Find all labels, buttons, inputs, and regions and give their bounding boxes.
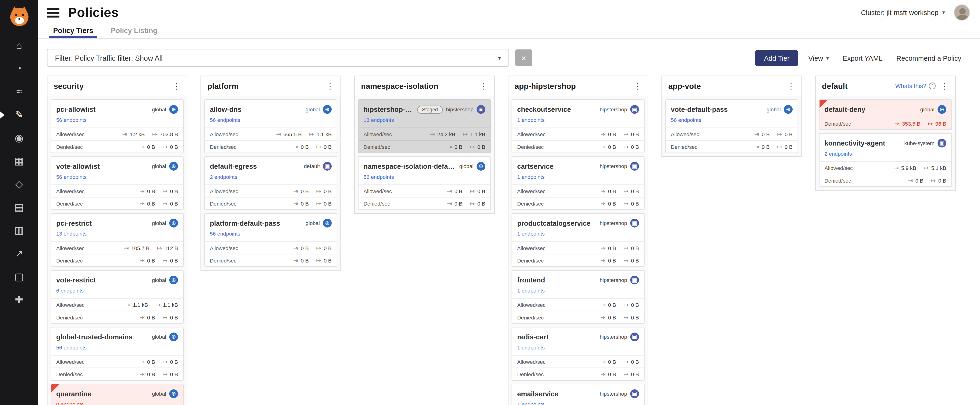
endpoints-link[interactable]: 56 endpoints xyxy=(51,344,92,355)
endpoints-link[interactable]: 2 endpoints xyxy=(819,151,857,161)
tier-menu-button[interactable]: ⋮ xyxy=(323,81,337,91)
tier-menu-button[interactable]: ⋮ xyxy=(631,81,644,91)
policy-card-vote-default-pass[interactable]: vote-default-passglobal⊕56 endpointsAllo… xyxy=(665,99,798,153)
policy-name: default-deny xyxy=(824,106,865,113)
policy-card-vote-restrict[interactable]: vote-restrictglobal⊕6 endpointsAllowed/s… xyxy=(51,270,184,324)
endpoints-link[interactable]: 56 endpoints xyxy=(205,117,245,128)
endpoints-link[interactable]: 1 endpoints xyxy=(512,174,550,184)
metric-row-denied-sec: Denied/sec⇥0 B↦0 B xyxy=(512,311,644,323)
egress-icon: ↦ xyxy=(316,200,321,206)
policy-card-hipstershop-gh[interactable]: hipstershop-gh...Stagedhipstershop▣13 en… xyxy=(358,99,491,153)
tab-policy-listing[interactable]: Policy Listing xyxy=(105,22,164,38)
tier-menu-button[interactable]: ⋮ xyxy=(170,81,183,91)
sidebar-item-policies[interactable]: ✎ xyxy=(0,103,38,126)
info-icon: ? xyxy=(929,83,935,89)
sidebar-item-trends[interactable]: ↗ xyxy=(0,242,38,265)
policy-card-emailservice[interactable]: emailservicehipstershop▣1 endpointsAllow… xyxy=(512,384,644,405)
endpoints-link[interactable]: 13 endpoints xyxy=(359,117,399,128)
clear-filter-button[interactable]: × xyxy=(515,49,532,66)
endpoints-link[interactable]: 2 endpoints xyxy=(205,174,242,184)
endpoints-link[interactable]: 56 endpoints xyxy=(666,117,706,128)
metric-values: ⇥0 B↦0 B xyxy=(140,314,178,320)
egress-icon: ↦ xyxy=(162,314,167,320)
app-logo[interactable] xyxy=(8,5,30,27)
endpoints-link[interactable]: 6 endpoints xyxy=(51,288,89,298)
policy-card-cartservice[interactable]: cartservicehipstershop▣1 endpointsAllowe… xyxy=(512,156,644,210)
metric-values: ⇥0 B↦0 B xyxy=(140,257,178,263)
policy-board: security⋮pci-allowlistglobal⊕56 endpoint… xyxy=(38,67,980,405)
policy-card-quarantine[interactable]: quarantineglobal⊕0 endpoints xyxy=(51,384,184,405)
policy-card-pci-restrict[interactable]: pci-restrictglobal⊕13 endpointsAllowed/s… xyxy=(51,213,184,267)
metric-values: ⇥24.2 kB↦1.1 kB xyxy=(430,131,485,137)
endpoints-link[interactable]: 1 endpoints xyxy=(512,231,550,241)
sidebar-item-endpoints[interactable]: ◇ xyxy=(0,172,38,196)
topbar: Policies Cluster: jlt-msft-workshop ▾ xyxy=(38,0,980,22)
policy-card-frontend[interactable]: frontendhipstershop▣1 endpointsAllowed/s… xyxy=(512,270,644,324)
tier-menu-button[interactable]: ⋮ xyxy=(938,81,951,91)
sidebar-item-storage[interactable]: ▢ xyxy=(0,265,38,288)
policy-card-redis-cart[interactable]: redis-carthipstershop▣1 endpointsAllowed… xyxy=(512,327,644,381)
policy-card-namespace-isolation-default-p[interactable]: namespace-isolation-default-p...global⊕5… xyxy=(358,156,491,210)
policy-card-default-egress[interactable]: default-egressdefault▣2 endpointsAllowed… xyxy=(204,156,337,210)
policy-card-konnectivity-agent[interactable]: konnectivity-agentkube-system▣2 endpoint… xyxy=(819,133,952,187)
policy-name: konnectivity-agent xyxy=(824,139,885,147)
avatar[interactable] xyxy=(954,5,970,21)
policy-card-productcatalogservice[interactable]: productcatalogservicehipstershop▣1 endpo… xyxy=(512,213,644,267)
view-button[interactable]: View ▾ xyxy=(805,50,833,65)
egress-icon: ↦ xyxy=(777,144,782,150)
tier-body: pci-allowlistglobal⊕56 endpointsAllowed/… xyxy=(48,96,187,405)
sidebar-item-compliance[interactable]: ▤ xyxy=(0,196,38,219)
recommend-policy-button[interactable]: Recommend a Policy xyxy=(892,50,965,65)
metric-label: Allowed/sec xyxy=(517,131,546,137)
policy-card-default-deny[interactable]: default-denyglobal⊕Denied/sec⇥353.5 B↦96… xyxy=(819,99,952,130)
policy-name: vote-restrict xyxy=(56,276,96,284)
tab-policy-tiers[interactable]: Policy Tiers xyxy=(47,22,100,38)
global-scope-icon: ⊕ xyxy=(477,162,485,171)
policy-card-checkoutservice[interactable]: checkoutservicehipstershop▣1 endpointsAl… xyxy=(512,99,644,153)
metric-values: ⇥0 B↦0 B xyxy=(601,257,639,263)
metric-values: ⇥0 B↦0 B xyxy=(601,188,639,194)
egress-icon: ↦ xyxy=(463,131,468,137)
traffic-filter-select[interactable]: Filter: Policy Traffic filter: Show All … xyxy=(47,49,509,67)
sidebar-item-flow-visualizations[interactable]: ≈ xyxy=(0,80,38,103)
sidebar-item-home[interactable]: ⌂ xyxy=(0,34,38,57)
endpoints-link[interactable]: 56 endpoints xyxy=(51,174,92,184)
sidebar-item-reports[interactable]: ▥ xyxy=(0,218,38,242)
sidebar-item-dashboard[interactable]: ◔ xyxy=(0,57,38,80)
policy-card-header: default-denyglobal⊕ xyxy=(819,100,951,117)
sidebar-item-service-graph[interactable]: ◉ xyxy=(0,126,38,150)
export-yaml-button[interactable]: Export YAML xyxy=(839,50,886,65)
metric-row-allowed-sec: Allowed/sec⇥1.1 kB↦1.1 kB xyxy=(51,298,183,311)
policy-scope: hipstershop▣ xyxy=(600,105,639,114)
tier-menu-button[interactable]: ⋮ xyxy=(784,81,797,91)
policy-card-platform-default-pass[interactable]: platform-default-passglobal⊕56 endpoints… xyxy=(204,213,337,267)
egress-value: 0 B xyxy=(170,144,178,150)
whats-this-link[interactable]: Whats this?? xyxy=(895,83,935,89)
cluster-selector[interactable]: Cluster: jlt-msft-workshop ▾ xyxy=(861,9,945,16)
policy-card-vote-allowlist[interactable]: vote-allowlistglobal⊕56 endpointsAllowed… xyxy=(51,156,184,210)
endpoints-link[interactable]: 56 endpoints xyxy=(359,174,399,184)
egress-value: 1.1 kB xyxy=(317,131,332,137)
endpoints-link[interactable]: 1 endpoints xyxy=(512,117,550,128)
policy-card-pci-allowlist[interactable]: pci-allowlistglobal⊕56 endpointsAllowed/… xyxy=(51,99,184,153)
policy-scope: hipstershop▣ xyxy=(600,276,639,284)
tier-menu-button[interactable]: ⋮ xyxy=(477,81,490,91)
metric-row-allowed-sec: Allowed/sec⇥665.5 B↦1.1 kB xyxy=(205,128,337,140)
menu-icon[interactable] xyxy=(47,8,59,17)
metric-label: Denied/sec xyxy=(517,257,544,263)
policy-card-global-trusted-domains[interactable]: global-trusted-domainsglobal⊕56 endpoint… xyxy=(51,327,184,381)
tier-title: security xyxy=(54,81,170,90)
endpoints-link[interactable]: 0 endpoints xyxy=(51,401,89,405)
add-tier-button[interactable]: Add Tier xyxy=(755,50,798,66)
sidebar-item-threat-defense[interactable]: ✚ xyxy=(0,288,38,311)
metric-label: Denied/sec xyxy=(517,200,544,207)
endpoints-link[interactable]: 1 endpoints xyxy=(512,344,550,355)
endpoints-link[interactable]: 1 endpoints xyxy=(512,401,550,405)
sidebar-item-tiers[interactable]: ▦ xyxy=(0,149,38,172)
endpoints-link[interactable]: 56 endpoints xyxy=(205,231,245,241)
endpoints-link[interactable]: 13 endpoints xyxy=(51,231,92,241)
ingress-value: 0 B xyxy=(147,144,155,150)
endpoints-link[interactable]: 56 endpoints xyxy=(51,117,92,128)
endpoints-link[interactable]: 1 endpoints xyxy=(512,288,550,298)
policy-card-allow-dns[interactable]: allow-dnsglobal⊕56 endpointsAllowed/sec⇥… xyxy=(204,99,337,153)
